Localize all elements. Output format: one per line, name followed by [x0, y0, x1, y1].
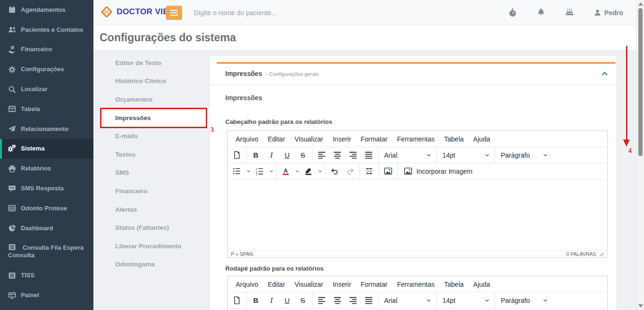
- sidebar-item-configuracoes[interactable]: Configurações: [0, 59, 93, 79]
- submenu-item-sms[interactable]: SMS: [104, 164, 209, 182]
- menu-tabela[interactable]: Tabela: [440, 279, 469, 290]
- search-icon: [8, 85, 16, 94]
- submenu-item-alertas[interactable]: Alertas: [104, 200, 209, 219]
- menu-formatar[interactable]: Formatar: [356, 133, 392, 145]
- menu-ajuda[interactable]: Ajuda: [469, 279, 495, 290]
- font-size-select[interactable]: 14pt: [438, 293, 493, 308]
- birthday-cake-icon[interactable]: [565, 8, 574, 18]
- redo-icon[interactable]: [342, 164, 358, 178]
- align-justify-icon[interactable]: [361, 293, 377, 308]
- menu-inserir[interactable]: Inserir: [328, 133, 356, 145]
- submenu-item-financeiro[interactable]: Financeiro: [104, 182, 209, 200]
- submenu-item-liberar-procedimento[interactable]: Liberar Procedimento: [104, 237, 209, 255]
- sidebar-item-consulta-fila-espera[interactable]: Consulta Fila Espera Consulta: [0, 238, 93, 266]
- numbered-list-icon[interactable]: 123: [252, 164, 267, 178]
- submenu-item-orcamentos[interactable]: Orçamentos: [104, 90, 209, 109]
- strikethrough-button[interactable]: S: [295, 293, 311, 308]
- scrollbar-down-arrow[interactable]: [638, 304, 643, 308]
- stopwatch-icon[interactable]: [508, 8, 517, 18]
- font-family-select[interactable]: Arial: [380, 293, 435, 308]
- bullet-list-icon[interactable]: [229, 164, 245, 178]
- submenu-item-odontogama[interactable]: Odontogama: [104, 255, 209, 274]
- editor-content[interactable]: [228, 179, 607, 250]
- strikethrough-button[interactable]: S: [295, 148, 311, 162]
- annotation-step4-label: 4: [628, 147, 632, 155]
- font-family-select[interactable]: Arial: [380, 148, 435, 162]
- scrollbar-thumb[interactable]: [638, 8, 643, 156]
- align-right-icon[interactable]: [345, 148, 361, 162]
- sidebar-item-relatorios[interactable]: Relatórios: [0, 159, 93, 178]
- chevron-down-icon[interactable]: [294, 164, 301, 178]
- sidebar-item-tiss[interactable]: TISS: [0, 266, 93, 286]
- new-document-icon[interactable]: [229, 148, 245, 162]
- embed-image-button[interactable]: Incorporar Imagem: [399, 167, 477, 176]
- italic-button[interactable]: I: [264, 293, 279, 308]
- menu-editar[interactable]: Editar: [263, 133, 290, 145]
- font-size-select[interactable]: 14pt: [438, 148, 493, 162]
- menu-formatar[interactable]: Formatar: [356, 279, 392, 290]
- chevron-down-icon[interactable]: [267, 164, 275, 178]
- chevron-down-icon[interactable]: [245, 164, 252, 178]
- sidebar-item-relacionamento[interactable]: Relacionamento: [0, 119, 93, 139]
- submenu-item-status-faltantes[interactable]: Status (Faltantes): [104, 218, 209, 237]
- doctor-view-logo[interactable]: DOCTOR VIEW: [100, 5, 176, 19]
- menu-ferramentas[interactable]: Ferramentas: [392, 133, 439, 145]
- text-color-icon[interactable]: A: [278, 164, 294, 178]
- menu-visualizar[interactable]: Visualizar: [290, 133, 328, 145]
- align-right-icon[interactable]: [345, 293, 361, 308]
- element-path: P » SPAN: [231, 251, 253, 257]
- paper-plane-icon: [8, 125, 16, 133]
- sidebar-item-financeiro[interactable]: $ Financeiro: [0, 40, 93, 60]
- menu-ferramentas[interactable]: Ferramentas: [392, 279, 439, 290]
- sidebar-item-dashboard[interactable]: Dashboard: [0, 218, 93, 238]
- block-format-select[interactable]: Parágrafo: [497, 148, 552, 162]
- user-menu[interactable]: Pedro: [593, 9, 623, 17]
- block-format-select[interactable]: Parágrafo: [497, 293, 552, 308]
- menu-editar[interactable]: Editar: [263, 279, 290, 290]
- submenu-item-emails[interactable]: E-mails: [104, 127, 209, 145]
- menu-visualizar[interactable]: Visualizar: [290, 279, 328, 290]
- new-document-icon[interactable]: [229, 293, 245, 308]
- sidebar-item-agendamentos[interactable]: Agendamentos: [0, 0, 93, 20]
- page-break-icon[interactable]: [361, 164, 377, 178]
- resize-grip-icon[interactable]: [599, 252, 604, 257]
- bold-button[interactable]: B: [248, 148, 264, 162]
- menu-inserir[interactable]: Inserir: [328, 279, 356, 290]
- menu-arquivo[interactable]: Arquivo: [231, 133, 263, 145]
- sidebar-item-odonto-protese[interactable]: Odonto Protese: [0, 198, 93, 218]
- patient-search-input[interactable]: [194, 6, 365, 20]
- hamburger-menu-button[interactable]: [166, 6, 182, 20]
- chevron-down-icon: [426, 153, 431, 158]
- align-left-icon[interactable]: [314, 148, 330, 162]
- sidebar-item-painel[interactable]: Painel: [0, 285, 93, 305]
- chevron-down-icon[interactable]: [316, 164, 323, 178]
- align-left-icon[interactable]: [314, 293, 330, 308]
- align-center-icon[interactable]: [330, 148, 345, 162]
- editor-toolbar-row2: 123 A: [228, 163, 607, 179]
- highlight-color-icon[interactable]: [301, 164, 316, 178]
- sms-icon: SMS: [8, 185, 16, 193]
- underline-button[interactable]: U: [279, 293, 295, 308]
- bell-icon[interactable]: [536, 8, 546, 18]
- submenu-item-editor-de-texto[interactable]: Editor de Texto: [104, 54, 209, 72]
- sidebar-item-sms-resposta[interactable]: SMS SMS Resposta: [0, 178, 93, 198]
- scrollbar-up-arrow[interactable]: [638, 2, 643, 6]
- underline-button[interactable]: U: [279, 148, 295, 162]
- image-icon[interactable]: [380, 164, 396, 178]
- menu-ajuda[interactable]: Ajuda: [469, 133, 495, 145]
- chevron-up-icon[interactable]: [601, 69, 609, 76]
- sidebar-item-tabela[interactable]: Tabela: [0, 99, 93, 119]
- submenu-item-textos[interactable]: Textos: [104, 145, 209, 164]
- undo-icon[interactable]: [327, 164, 342, 178]
- menu-tabela[interactable]: Tabela: [440, 133, 469, 145]
- sidebar-item-pacientes[interactable]: Pacientes e Contatos: [0, 20, 93, 40]
- bold-button[interactable]: B: [248, 293, 264, 308]
- align-center-icon[interactable]: [330, 293, 345, 308]
- italic-button[interactable]: I: [264, 148, 279, 162]
- submenu-item-historico-clinico[interactable]: Histórico Clínico: [104, 72, 209, 91]
- users-icon: [8, 26, 16, 34]
- sidebar-item-sistema[interactable]: Sistema: [0, 139, 93, 159]
- menu-arquivo[interactable]: Arquivo: [231, 279, 263, 290]
- sidebar-item-localizar[interactable]: Localizar: [0, 79, 93, 99]
- align-justify-icon[interactable]: [361, 148, 377, 162]
